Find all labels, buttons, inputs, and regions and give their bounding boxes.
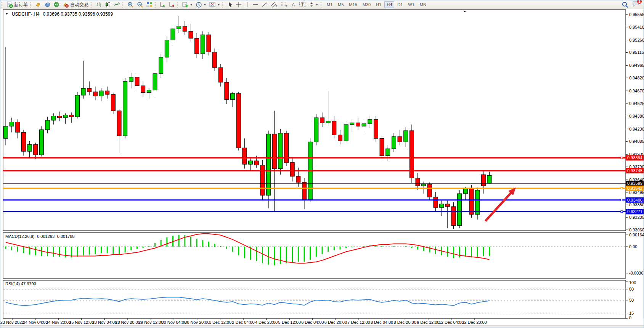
candle bbox=[231, 94, 235, 100]
candle bbox=[63, 115, 67, 118]
candle bbox=[87, 88, 92, 92]
chart-shift-button[interactable] bbox=[167, 0, 177, 9]
text-label-button[interactable]: T bbox=[297, 0, 307, 9]
search-icon[interactable] bbox=[622, 2, 628, 8]
candle bbox=[153, 74, 157, 90]
svg-text:23 Nov 2022: 23 Nov 2022 bbox=[0, 320, 24, 325]
candle bbox=[356, 123, 360, 126]
text-label-icon: T bbox=[299, 2, 306, 8]
timeframe-button-M5[interactable]: M5 bbox=[336, 1, 346, 8]
svg-text:A: A bbox=[292, 2, 295, 8]
toolbar-right-group: 1 bbox=[622, 1, 644, 8]
horizontal-line-button[interactable] bbox=[251, 0, 260, 9]
candle bbox=[189, 31, 193, 38]
timeframe-button-D1[interactable]: D1 bbox=[395, 1, 405, 8]
chart-shift-icon bbox=[169, 2, 175, 8]
candle bbox=[213, 52, 217, 68]
svg-text:30 Nov 20:00: 30 Nov 20:00 bbox=[185, 320, 209, 325]
svg-text:0.93350: 0.93350 bbox=[629, 202, 644, 207]
timeframe-button-M1[interactable]: M1 bbox=[324, 1, 335, 8]
cursor-button[interactable] bbox=[226, 0, 234, 9]
line-handle bbox=[621, 157, 623, 159]
chart-canvas[interactable]: 0.955550.954100.952600.951150.949650.948… bbox=[0, 0, 644, 328]
svg-text:0.93060: 0.93060 bbox=[629, 228, 644, 232]
candle bbox=[45, 120, 50, 130]
chart-menu-icon[interactable]: ▼ bbox=[5, 12, 8, 16]
toolbar-grip[interactable] bbox=[2, 2, 4, 8]
candle bbox=[129, 77, 133, 81]
candle bbox=[225, 82, 229, 99]
candle bbox=[147, 90, 151, 93]
new-order-label: 新订单 bbox=[14, 2, 28, 8]
timeframe-button-MN[interactable]: MN bbox=[418, 1, 429, 8]
candle bbox=[475, 190, 480, 214]
metaeditor-button[interactable] bbox=[43, 0, 52, 9]
svg-text:0.94670: 0.94670 bbox=[629, 89, 644, 93]
candlestick-chart-type-button[interactable] bbox=[103, 0, 112, 9]
signals-button[interactable] bbox=[52, 0, 61, 9]
notifications-button[interactable]: 1 bbox=[632, 1, 639, 8]
svg-text:1 Dec 12:00: 1 Dec 12:00 bbox=[209, 320, 231, 325]
candle bbox=[386, 149, 390, 156]
candle bbox=[141, 86, 145, 92]
svg-text:0.93745: 0.93745 bbox=[627, 168, 642, 173]
toolbar-separator bbox=[321, 2, 323, 8]
candle bbox=[111, 94, 115, 111]
crosshair-button[interactable] bbox=[234, 0, 243, 9]
equidistant-channel-button[interactable]: E bbox=[269, 0, 279, 9]
candle bbox=[105, 91, 109, 94]
periods-button[interactable]: ▼ bbox=[194, 0, 208, 9]
candle bbox=[123, 81, 127, 136]
svg-text:8 Dec 04:00: 8 Dec 04:00 bbox=[371, 320, 393, 325]
template-icon bbox=[209, 2, 216, 8]
new-order-button[interactable]: 新订单 bbox=[5, 0, 29, 9]
timeframe-button-H1[interactable]: H1 bbox=[374, 1, 384, 8]
indicators-button[interactable]: ▼ bbox=[181, 0, 194, 9]
line-handle bbox=[621, 211, 623, 213]
arrows-button[interactable]: ▼ bbox=[307, 0, 320, 9]
candle bbox=[27, 144, 32, 151]
candle bbox=[362, 124, 366, 126]
profiles-button[interactable] bbox=[34, 0, 43, 9]
candle bbox=[422, 184, 426, 186]
autotrading-button[interactable]: 自动交易 bbox=[61, 0, 90, 9]
candle bbox=[51, 116, 56, 120]
panel-frames bbox=[3, 10, 626, 318]
zoom-in-button[interactable] bbox=[126, 0, 135, 9]
candle bbox=[117, 111, 121, 136]
tile-windows-button[interactable] bbox=[145, 0, 154, 9]
candle bbox=[350, 123, 354, 125]
zoom-in-icon bbox=[127, 2, 134, 8]
signals-icon bbox=[53, 2, 59, 8]
candlestick-icon bbox=[105, 2, 111, 8]
zoom-out-button[interactable] bbox=[135, 0, 145, 9]
auto-scroll-button[interactable] bbox=[158, 0, 167, 9]
vertical-line-button[interactable] bbox=[243, 0, 251, 9]
timeframe-button-H4[interactable]: H4 bbox=[384, 1, 394, 8]
fibonacci-button[interactable]: F bbox=[279, 0, 289, 9]
bar-chart-type-button[interactable] bbox=[94, 0, 103, 9]
candle bbox=[177, 26, 181, 29]
timeframe-button-W1[interactable]: W1 bbox=[406, 1, 417, 8]
line-chart-type-button[interactable] bbox=[112, 0, 122, 9]
svg-text:4 Dec 23:00: 4 Dec 23:00 bbox=[255, 320, 278, 325]
candle bbox=[207, 35, 211, 52]
svg-text:0.94230: 0.94230 bbox=[629, 127, 644, 131]
timeframe-button-M15[interactable]: M15 bbox=[347, 1, 359, 8]
templates-button[interactable]: ▼ bbox=[208, 0, 222, 9]
svg-text:F: F bbox=[286, 5, 287, 8]
candle bbox=[469, 188, 474, 214]
svg-text:30 Nov 04:00: 30 Nov 04:00 bbox=[161, 320, 186, 325]
timeframe-button-M30[interactable]: M30 bbox=[360, 1, 373, 8]
text-button[interactable]: A bbox=[289, 0, 297, 9]
svg-text:0.95260: 0.95260 bbox=[629, 38, 644, 42]
toolbar-separator bbox=[91, 2, 93, 8]
chart-title: ▼ USDCHF-,H4 0.93696 0.93735 0.93596 0.9… bbox=[5, 11, 113, 17]
svg-text:0.00: 0.00 bbox=[629, 244, 637, 249]
candle bbox=[326, 121, 330, 123]
candle bbox=[380, 138, 384, 155]
trendline-button[interactable] bbox=[260, 0, 269, 9]
svg-text:E: E bbox=[276, 5, 278, 8]
svg-text:12 Dec 20:00: 12 Dec 20:00 bbox=[462, 320, 487, 325]
tile-windows-icon bbox=[146, 2, 153, 8]
